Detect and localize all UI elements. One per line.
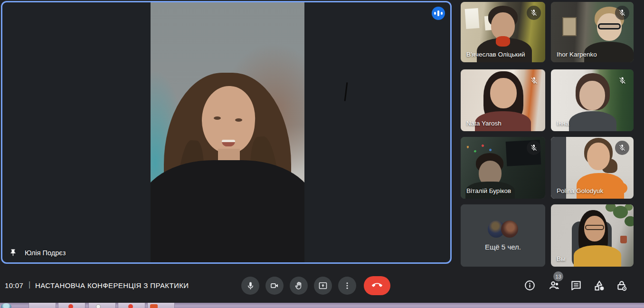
more-options-button[interactable] — [338, 277, 356, 295]
meeting-details-button[interactable] — [523, 279, 536, 293]
speaker-eye — [214, 116, 221, 120]
pinned-speaker-tile[interactable]: Юлія Подрєз — [1, 1, 452, 264]
info-icon — [524, 279, 536, 293]
participant-name: Polina Golodyuk — [557, 187, 603, 194]
os-taskbar[interactable] — [0, 303, 644, 308]
participants-count-badge: 13 — [553, 271, 563, 281]
taskbar-app-icon — [128, 304, 133, 308]
participant-name: Ihor Karpenko — [557, 51, 597, 58]
mic-button[interactable] — [241, 277, 259, 295]
hang-up-icon — [372, 280, 382, 292]
mic-off-icon — [615, 6, 629, 20]
annotation-mark — [344, 82, 348, 101]
present-screen-icon — [318, 281, 328, 290]
overflow-label: Ещё 5 чел. — [485, 243, 521, 251]
avatar — [501, 221, 518, 238]
speaker-eye — [235, 118, 242, 122]
mic-on-icon — [246, 281, 255, 290]
overflow-content: Ещё 5 чел. — [461, 204, 545, 267]
speaker-torso — [151, 160, 304, 262]
participant-tile[interactable]: Polina Golodyuk — [551, 137, 634, 199]
mic-off-icon — [615, 73, 629, 87]
participant-tile[interactable]: Інна — [551, 69, 634, 131]
chat-icon — [570, 279, 582, 293]
more-options-icon — [343, 281, 351, 290]
taskbar-app[interactable] — [28, 303, 56, 308]
meeting-title: НАСТАНОВЧА КОНФЕРЕНЦІЯ З ПРАКТИКИ — [35, 281, 189, 289]
meet-window: Юлія Подрєз В'ячеслав Оліцький Ihor Karp… — [0, 0, 644, 308]
audio-level-icon — [432, 7, 445, 20]
participant-name: Інна — [557, 120, 569, 127]
participant-name: Nata Yarosh — [466, 120, 502, 127]
mic-off-icon — [527, 141, 541, 155]
taskbar-app-icon — [68, 304, 73, 308]
title-separator: | — [28, 280, 30, 289]
speaker-name-row: Юлія Подрєз — [9, 249, 66, 257]
pinned-speaker-name: Юлія Подрєз — [25, 249, 66, 257]
taskbar-app[interactable] — [1, 303, 11, 308]
hang-up-button[interactable] — [364, 276, 390, 295]
raise-hand-icon — [294, 281, 303, 290]
taskbar-app[interactable] — [88, 303, 116, 308]
participant-name: В'ячеслав Оліцький — [466, 51, 525, 58]
host-controls-icon — [616, 279, 628, 293]
clock: 10:07 — [5, 281, 23, 289]
host-controls-button[interactable] — [615, 279, 628, 293]
participant-tile[interactable]: Віталій Буріков — [461, 137, 545, 199]
self-view-tile[interactable]: Вы — [551, 204, 634, 267]
taskbar-app-icon — [96, 304, 101, 308]
speaker-video — [151, 2, 304, 262]
present-screen-button[interactable] — [314, 277, 332, 295]
overflow-participants-tile[interactable]: Ещё 5 чел. — [461, 204, 545, 267]
participant-tile[interactable]: Nata Yarosh — [461, 69, 545, 131]
activities-button[interactable] — [593, 279, 606, 293]
raise-hand-button[interactable] — [290, 277, 308, 295]
self-label: Вы — [557, 255, 566, 262]
taskbar-app-icon — [150, 304, 158, 308]
activities-icon — [593, 279, 606, 293]
mic-off-icon — [527, 6, 541, 20]
camera-button[interactable] — [265, 277, 284, 295]
overflow-avatars — [488, 221, 518, 238]
chat-button[interactable] — [569, 279, 583, 293]
participant-tile[interactable]: Ihor Karpenko — [551, 2, 634, 62]
participant-tile[interactable]: В'ячеслав Оліцький — [461, 2, 545, 62]
mic-off-icon — [527, 73, 541, 87]
participant-name: Віталій Буріков — [466, 187, 511, 194]
participants-button[interactable] — [548, 279, 561, 293]
camera-on-icon — [270, 281, 279, 290]
mic-off-icon — [615, 141, 629, 155]
bottom-bar: 10:07 | НАСТАНОВЧА КОНФЕРЕНЦІЯ З ПРАКТИК… — [0, 267, 644, 303]
pin-icon — [9, 249, 17, 257]
